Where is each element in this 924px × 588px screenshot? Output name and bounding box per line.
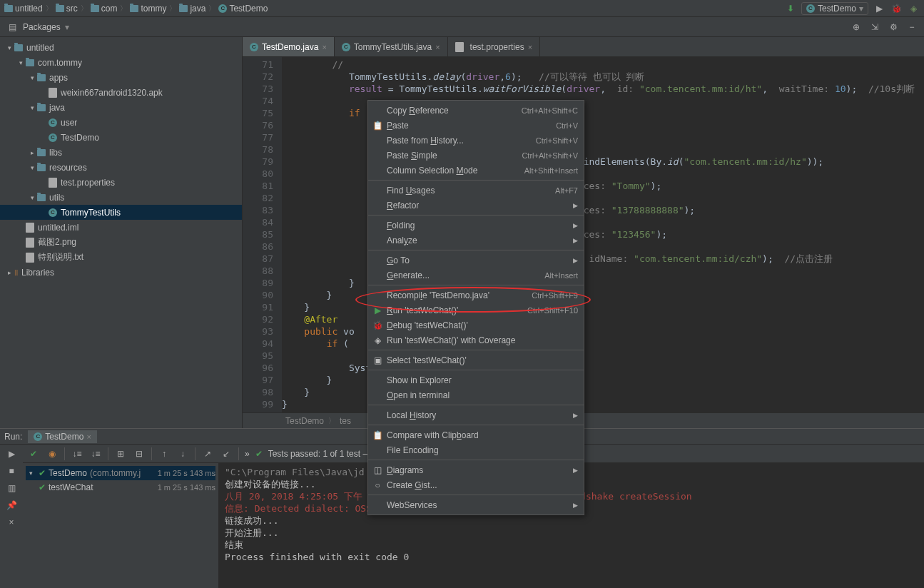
menu-item[interactable]: 📋Compare with Clipboard [368,427,584,442]
menu-item[interactable]: ○Create Gist... [368,477,584,492]
tree-item[interactable]: untitled.iml [0,220,242,235]
tree-item[interactable]: ▸⫴Libraries [0,265,242,280]
menu-item[interactable]: Open in terminal [368,387,584,402]
menu-item[interactable]: Paste from History...Ctrl+Shift+V [368,133,584,148]
breadcrumb-item[interactable]: com [91,4,118,14]
menu-item[interactable]: Column Selection ModeAlt+Shift+Insert [368,163,584,178]
breadcrumb-item[interactable]: tommy [130,4,166,14]
tree-item[interactable]: ▾com.tommy [0,55,242,70]
navigation-bar: untitled〉src〉com〉tommy〉java〉CTestDemo ⬇ … [0,0,924,17]
run-tab-label: TestDemo [45,432,83,442]
export-icon[interactable]: ↗ [201,447,214,460]
close-icon[interactable]: × [435,43,440,51]
editor-tab[interactable]: CTestDemo.java× [243,37,335,56]
tree-item[interactable]: 特别说明.txt [0,250,242,265]
locate-icon[interactable]: ⊕ [850,21,863,34]
menu-item[interactable]: Refactor▶ [368,198,584,213]
test-tree-item[interactable]: ✔testWeChat1 m 25 s 143 ms [26,480,215,495]
next-icon[interactable]: ↓ [176,447,189,460]
breadcrumb-item[interactable]: src [56,4,78,14]
tree-item[interactable]: test.properties [0,175,242,190]
packages-icon[interactable]: ▤ [6,21,19,34]
menu-item[interactable]: Show in Explorer [368,372,584,387]
pass-icon[interactable]: ✔ [27,447,40,460]
tree-item[interactable]: ▾resources [0,160,242,175]
collapse-icon[interactable]: ⇲ [868,21,881,34]
collapse-icon[interactable]: ⊟ [133,447,146,460]
editor-tabs: CTestDemo.java×CTommyTestUtils.java×test… [243,37,924,57]
menu-item[interactable]: ◈Run 'testWeChat()' with Coverage [368,333,584,348]
menu-item[interactable]: 🐞Debug 'testWeChat()' [368,318,584,333]
prev-icon[interactable]: ↑ [158,447,171,460]
tree-item[interactable]: ▾java [0,100,242,115]
menu-item[interactable]: Copy ReferenceCtrl+Alt+Shift+C [368,103,584,118]
tree-item[interactable]: CTommyTestUtils [0,205,242,220]
tree-item[interactable]: Cuser [0,115,242,130]
tree-item[interactable]: ▾utils [0,190,242,205]
filter-icon[interactable]: ◉ [46,447,59,460]
sort-icon[interactable]: ↓≡ [71,447,83,460]
close-button[interactable]: × [5,516,18,529]
menu-item[interactable]: Go To▶ [368,253,584,268]
tree-item[interactable]: ▾apps [0,70,242,85]
editor-tab[interactable]: CTommyTestUtils.java× [335,37,448,56]
menu-item[interactable]: ▶Run 'testWeChat()'Ctrl+Shift+F10 [368,303,584,318]
run-title: Run: [4,432,22,442]
expand-icon[interactable]: ⊞ [114,447,127,460]
menu-item[interactable]: Analyze▶ [368,233,584,248]
test-tree[interactable]: ▾✔TestDemo (com.tommy.j1 m 25 s 143 ms✔t… [23,463,219,588]
tree-item[interactable]: 截图2.png [0,235,242,250]
close-icon[interactable]: × [528,43,532,51]
project-toolbar: ▤ Packages ▾ ⊕ ⇲ ⚙ − [0,17,924,37]
coverage-button[interactable]: ◈ [907,2,920,15]
menu-item[interactable]: Paste SimpleCtrl+Alt+Shift+V [368,148,584,163]
close-icon[interactable]: × [322,43,326,51]
tree-item[interactable]: ▾untitled [0,40,242,55]
make-icon[interactable]: ⬇ [784,2,797,15]
breadcrumb-item[interactable]: java [179,4,205,14]
run-left-toolbar: ▶ ■ ▥ 📌 × [0,445,23,588]
close-icon[interactable]: × [86,432,91,441]
gutter: 7172737475767778798081828384858687888990… [243,57,282,412]
menu-item[interactable]: ◫Diagrams▶ [368,462,584,477]
menu-item[interactable]: Find UsagesAlt+F7 [368,183,584,198]
context-menu[interactable]: Copy ReferenceCtrl+Alt+Shift+C📋PasteCtrl… [367,100,584,515]
stop-button[interactable]: ■ [5,465,18,477]
run-button[interactable]: ▶ [873,2,885,15]
breadcrumb-item[interactable]: CTestDemo [218,4,268,14]
breadcrumb-item[interactable]: untitled [4,4,43,14]
rerun-button[interactable]: ▶ [5,447,18,460]
tree-item[interactable]: ▸libs [0,145,242,160]
menu-item[interactable]: Local History▶ [368,407,584,422]
tree-item[interactable]: weixin667android1320.apk [0,85,242,100]
pin-button[interactable]: 📌 [5,499,18,512]
tests-pass-icon: ✔ [255,449,263,459]
menu-item[interactable]: Recompile 'TestDemo.java'Ctrl+Shift+F9 [368,288,584,303]
run-tab[interactable]: C TestDemo × [28,430,96,443]
sort2-icon[interactable]: ↓≡ [89,447,102,460]
import-icon[interactable]: ↙ [220,447,233,460]
gear-icon[interactable]: ⚙ [887,21,900,34]
run-config-name: TestDemo [818,4,856,14]
tests-arrow: » [245,449,250,459]
project-tree[interactable]: ▾untitled▾com.tommy▾appsweixin667android… [0,37,243,428]
test-tree-item[interactable]: ▾✔TestDemo (com.tommy.j1 m 25 s 143 ms [26,466,215,480]
menu-item[interactable]: WebServices▶ [368,497,584,512]
editor-tab[interactable]: test.properties× [448,37,540,56]
class-icon: C [806,4,815,13]
menu-item[interactable]: Folding▶ [368,218,584,233]
crumb[interactable]: TestDemo [285,416,324,426]
menu-item[interactable]: ▣Select 'testWeChat()' [368,353,584,368]
class-icon: C [34,432,42,441]
tree-item[interactable]: CTestDemo [0,130,242,145]
top-right-toolbar: ⬇ C TestDemo ▾ ▶ 🐞 ◈ [784,2,920,15]
breadcrumb: untitled〉src〉com〉tommy〉java〉CTestDemo [4,4,784,14]
menu-item[interactable]: Generate...Alt+Insert [368,268,584,283]
layout-button[interactable]: ▥ [5,482,18,495]
debug-button[interactable]: 🐞 [890,2,903,15]
run-configuration-selector[interactable]: C TestDemo ▾ [801,2,868,15]
menu-item[interactable]: File Encoding [368,442,584,457]
menu-item[interactable]: 📋PasteCtrl+V [368,118,584,133]
crumb[interactable]: tes [340,416,351,426]
hide-icon[interactable]: − [905,21,918,34]
